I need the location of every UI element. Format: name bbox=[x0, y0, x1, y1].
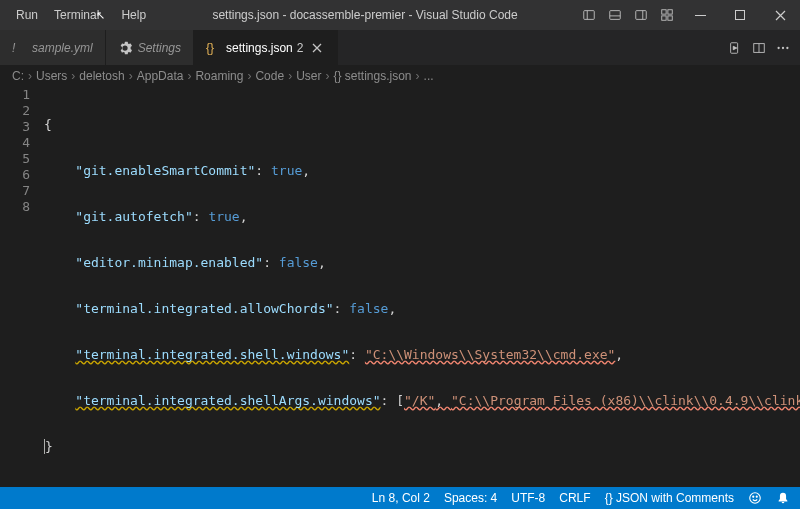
status-notifications-icon[interactable] bbox=[769, 487, 800, 509]
code-content[interactable]: { "git.enableSmartCommit": true, "git.au… bbox=[44, 87, 800, 487]
json-file-icon: {} bbox=[206, 41, 220, 55]
brace: } bbox=[44, 439, 53, 454]
line-number: 1 bbox=[0, 87, 30, 103]
status-language-mode[interactable]: {} JSON with Comments bbox=[598, 487, 741, 509]
more-actions-icon[interactable] bbox=[772, 37, 794, 59]
svg-point-20 bbox=[756, 496, 757, 497]
svg-rect-6 bbox=[662, 10, 666, 14]
breadcrumb-item[interactable]: Users bbox=[36, 69, 67, 83]
gear-icon bbox=[118, 41, 132, 55]
chevron-right-icon: › bbox=[288, 69, 292, 83]
svg-rect-0 bbox=[584, 11, 595, 20]
menu-bar: Run Terminal↖ Help bbox=[0, 4, 154, 26]
layout-panel-bottom-icon[interactable] bbox=[602, 0, 628, 30]
svg-rect-10 bbox=[695, 15, 706, 16]
chevron-right-icon: › bbox=[247, 69, 251, 83]
chevron-right-icon: › bbox=[325, 69, 329, 83]
yaml-file-icon: ! bbox=[12, 41, 26, 55]
window-minimize-button[interactable] bbox=[680, 0, 720, 30]
mouse-cursor-icon: ↖ bbox=[96, 9, 105, 21]
statusbar: Ln 8, Col 2 Spaces: 4 UTF-8 CRLF {} JSON… bbox=[0, 487, 800, 509]
tab-actions bbox=[724, 30, 800, 65]
status-encoding[interactable]: UTF-8 bbox=[504, 487, 552, 509]
window-close-button[interactable] bbox=[760, 0, 800, 30]
close-icon[interactable] bbox=[309, 40, 325, 56]
svg-point-19 bbox=[753, 496, 754, 497]
tab-settings-ui[interactable]: Settings bbox=[106, 30, 194, 65]
line-number: 4 bbox=[0, 135, 30, 151]
json-value: false bbox=[279, 255, 318, 270]
json-value: false bbox=[349, 301, 388, 316]
status-eol[interactable]: CRLF bbox=[552, 487, 597, 509]
json-key: "git.enableSmartCommit" bbox=[75, 163, 255, 178]
tab-problems-badge: 2 bbox=[297, 41, 304, 55]
json-value: "C:\\Windows\\System32\\cmd.exe" bbox=[365, 347, 615, 362]
tab-label: sample.yml bbox=[32, 41, 93, 55]
json-value: "C:\\Program Files (x86)\\clink\\0.4.9\\… bbox=[451, 393, 800, 408]
tabs-bar: ! sample.yml Settings {} settings.json 2 bbox=[0, 30, 800, 65]
line-number-gutter: 1 2 3 4 5 6 7 8 bbox=[0, 87, 44, 487]
status-cursor-position[interactable]: Ln 8, Col 2 bbox=[365, 487, 437, 509]
layout-panel-left-icon[interactable] bbox=[576, 0, 602, 30]
menu-run[interactable]: Run bbox=[8, 4, 46, 26]
split-editor-icon[interactable] bbox=[748, 37, 770, 59]
json-key: "terminal.integrated.shellArgs.windows" bbox=[75, 393, 380, 408]
tab-label: Settings bbox=[138, 41, 181, 55]
line-number: 6 bbox=[0, 167, 30, 183]
breadcrumb-item[interactable]: ... bbox=[424, 69, 434, 83]
chevron-right-icon: › bbox=[71, 69, 75, 83]
status-indentation[interactable]: Spaces: 4 bbox=[437, 487, 504, 509]
chevron-right-icon: › bbox=[129, 69, 133, 83]
customize-layout-icon[interactable] bbox=[654, 0, 680, 30]
svg-point-18 bbox=[750, 493, 761, 504]
svg-rect-4 bbox=[636, 11, 647, 20]
menu-terminal-label: Terminal bbox=[54, 8, 99, 22]
svg-rect-7 bbox=[668, 10, 672, 14]
breadcrumb-item[interactable]: Roaming bbox=[195, 69, 243, 83]
line-number: 2 bbox=[0, 103, 30, 119]
json-key: "git.autofetch" bbox=[75, 209, 192, 224]
status-feedback-icon[interactable] bbox=[741, 487, 769, 509]
line-number: 3 bbox=[0, 119, 30, 135]
breadcrumbs: C:› Users› deletosh› AppData› Roaming› C… bbox=[0, 65, 800, 87]
chevron-right-icon: › bbox=[416, 69, 420, 83]
breadcrumb-item[interactable]: {} settings.json bbox=[333, 69, 411, 83]
line-number: 7 bbox=[0, 183, 30, 199]
code-editor[interactable]: 1 2 3 4 5 6 7 8 { "git.enableSmartCommit… bbox=[0, 87, 800, 487]
titlebar: Run Terminal↖ Help settings.json - docas… bbox=[0, 0, 800, 30]
run-file-icon[interactable] bbox=[724, 37, 746, 59]
breadcrumb-item[interactable]: AppData bbox=[137, 69, 184, 83]
breadcrumb-item[interactable]: C: bbox=[12, 69, 24, 83]
window-maximize-button[interactable] bbox=[720, 0, 760, 30]
menu-help[interactable]: Help bbox=[113, 4, 154, 26]
breadcrumb-item[interactable]: User bbox=[296, 69, 321, 83]
line-number: 8 bbox=[0, 199, 30, 215]
layout-panel-right-icon[interactable] bbox=[628, 0, 654, 30]
tab-label: settings.json bbox=[226, 41, 293, 55]
tab-sample-yml[interactable]: ! sample.yml bbox=[0, 30, 106, 65]
line-number: 5 bbox=[0, 151, 30, 167]
svg-rect-8 bbox=[662, 16, 666, 20]
menu-terminal[interactable]: Terminal↖ bbox=[46, 4, 113, 26]
svg-rect-9 bbox=[668, 16, 672, 20]
svg-point-15 bbox=[777, 46, 779, 48]
json-value: "/K" bbox=[404, 393, 435, 408]
window-title: settings.json - docassemble-premier - Vi… bbox=[154, 8, 576, 22]
json-key: "terminal.integrated.allowChords" bbox=[75, 301, 333, 316]
chevron-right-icon: › bbox=[187, 69, 191, 83]
brace: { bbox=[44, 117, 52, 132]
svg-point-16 bbox=[782, 46, 784, 48]
breadcrumb-item[interactable]: deletosh bbox=[79, 69, 124, 83]
svg-rect-2 bbox=[610, 11, 621, 20]
json-key: "terminal.integrated.shell.windows" bbox=[75, 347, 349, 362]
titlebar-controls bbox=[576, 0, 800, 30]
breadcrumb-item[interactable]: Code bbox=[255, 69, 284, 83]
tab-settings-json[interactable]: {} settings.json 2 bbox=[194, 30, 338, 65]
json-key: "editor.minimap.enabled" bbox=[75, 255, 263, 270]
json-value: true bbox=[271, 163, 302, 178]
chevron-right-icon: › bbox=[28, 69, 32, 83]
svg-point-17 bbox=[786, 46, 788, 48]
json-value: true bbox=[208, 209, 239, 224]
svg-rect-11 bbox=[736, 11, 745, 20]
